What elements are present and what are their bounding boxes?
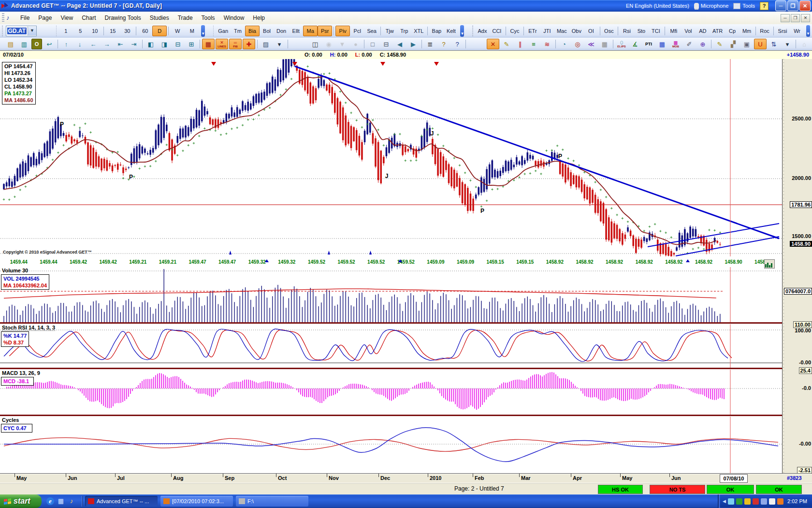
angles-tool-button[interactable]: ∡ — [629, 39, 641, 49]
scroll-left-button[interactable]: ← — [87, 39, 100, 49]
tray-icon-2[interactable] — [744, 498, 751, 505]
levels-tool-button[interactable]: ≡ — [527, 39, 540, 49]
microphone-control[interactable]: Microphone — [694, 3, 728, 9]
print-button[interactable]: ≣ — [424, 39, 436, 49]
previous-page-button[interactable]: ◀ — [393, 39, 406, 49]
timeframe-button-m[interactable]: M — [185, 26, 199, 36]
mob-button[interactable]: ▆MOB — [669, 39, 682, 49]
study-button-atr[interactable]: ATR — [710, 26, 725, 36]
symbol-dropdown-icon[interactable]: ▼ — [28, 27, 36, 35]
toolbar-grip[interactable] — [56, 26, 57, 36]
close-button[interactable]: ✕ — [799, 0, 811, 11]
study-button-osc[interactable]: Osc — [602, 26, 616, 36]
study-button-pcl[interactable]: Pcl — [350, 26, 364, 36]
chart-wizard-button[interactable]: ▥ — [18, 39, 30, 49]
start-button[interactable]: start — [0, 494, 42, 508]
mdi-close-button[interactable]: ✕ — [801, 14, 810, 22]
mdi-restore-button[interactable]: ❐ — [791, 14, 800, 22]
highlighter-button[interactable]: ✎ — [500, 39, 513, 49]
study-button-psr[interactable]: Psr — [318, 26, 332, 36]
study-button-trp[interactable]: Trp — [397, 26, 411, 36]
toolbar-grip[interactable] — [213, 26, 214, 36]
next-page-button[interactable]: ▶ — [407, 39, 420, 49]
frame-style-button[interactable]: ◫ — [309, 39, 321, 49]
page-left-button[interactable]: ⇤ — [114, 39, 127, 49]
fibonacci-button[interactable]: ═FIB — [229, 39, 242, 49]
desktop-quicklaunch-icon[interactable]: ▦ — [57, 497, 65, 505]
study-button-tci[interactable]: TCI — [649, 26, 663, 36]
tray-icon-6[interactable] — [777, 498, 783, 505]
volume-panel[interactable]: Volume 30VOL 24994545MA 106433962.04 — [0, 267, 782, 322]
menu-item-tools[interactable]: Tools — [197, 13, 219, 23]
study-button-etr[interactable]: ETr — [525, 26, 540, 36]
menu-item-trade[interactable]: Trade — [174, 13, 197, 23]
symbol-input[interactable]: GD.AT — [7, 28, 27, 34]
tray-icon-4[interactable] — [761, 498, 767, 505]
blocks-tool-button[interactable]: ▞ — [727, 39, 740, 49]
tray-icon-0[interactable] — [728, 498, 734, 505]
properties-button[interactable]: ▨ — [260, 39, 272, 49]
snapshot-button[interactable]: ◉ — [322, 39, 335, 49]
timeframe-more-dropdown[interactable]: ▼ — [201, 25, 205, 37]
page-right-button[interactable]: ⇥ — [128, 39, 140, 49]
time-clock-button[interactable]: ◔ — [558, 39, 570, 49]
study-button-srsi[interactable]: Srsi — [775, 26, 790, 36]
language-tools-control[interactable]: Tools — [733, 3, 755, 9]
study-button-ad[interactable]: AD — [696, 26, 710, 36]
study-button-rsi[interactable]: Rsi — [620, 26, 634, 36]
study-button-ellt[interactable]: Ellt — [289, 26, 303, 36]
study-button-oi[interactable]: OI — [584, 26, 598, 36]
media-quicklaunch-icon[interactable]: ♪ — [68, 497, 75, 505]
taskbar-task-2[interactable]: F:\ — [236, 496, 308, 507]
trendline-tool-button[interactable]: ∥ — [514, 39, 526, 49]
timeframe-button-d[interactable]: D — [152, 26, 167, 36]
timeframe-button-30[interactable]: 30 — [120, 26, 134, 36]
help-button[interactable]: ? — [437, 39, 450, 49]
study-button-ma[interactable]: Ma — [303, 26, 318, 36]
timeframe-button-10[interactable]: 10 — [87, 26, 102, 36]
tray-icon-3[interactable] — [753, 498, 759, 505]
new-page-button[interactable]: □ — [366, 39, 379, 49]
open-chart-button[interactable]: ▤ — [4, 39, 17, 49]
split-view-button[interactable]: ⇅ — [768, 39, 780, 49]
tray-icon-1[interactable] — [736, 498, 742, 505]
stoch-rsi-panel[interactable]: Stoch RSI 14, 14, 3, 3%K 14.77%D 8.37 — [0, 324, 782, 368]
study-button-sea[interactable]: Sea — [364, 26, 379, 36]
time-axis-row[interactable]: MayJunJulAugSepOctNovDec2010FebMarAprMay… — [0, 473, 812, 483]
cycles-panel[interactable]: CyclesCYC 0.47 — [0, 417, 782, 473]
study-button-mac[interactable]: Mac — [554, 26, 569, 36]
menu-item-drawing-tools[interactable]: Drawing Tools — [101, 13, 145, 23]
timeframe-button-5[interactable]: 5 — [73, 26, 87, 36]
study-button-mm[interactable]: Mm — [740, 26, 754, 36]
expert-tools-button[interactable]: ✕ — [487, 39, 499, 49]
study-button-vol[interactable]: Vol — [681, 26, 696, 36]
study-button-wr[interactable]: Wr — [790, 26, 804, 36]
properties-dropdown[interactable]: ▾ — [273, 39, 286, 49]
grid-style-button[interactable]: ▦ — [598, 39, 611, 49]
timeframe-button-15[interactable]: 15 — [105, 26, 120, 36]
undo-button[interactable]: ↩ — [43, 39, 56, 49]
study-button-jti[interactable]: JTI — [540, 26, 554, 36]
study-button-tm[interactable]: Tm — [231, 26, 245, 36]
study-button-roc[interactable]: Roc — [757, 26, 772, 36]
pushpin-button[interactable]: ✐ — [683, 39, 696, 49]
lines-toggle-button[interactable]: ✕LINES — [216, 39, 228, 49]
macd-panel[interactable]: MACD 13, 26, 9MCD -38.1 — [0, 370, 782, 415]
menu-item-chart[interactable]: Chart — [77, 13, 100, 23]
study-button-cyc[interactable]: Cyc — [508, 26, 522, 36]
pencil-tool-button[interactable]: ✎ — [713, 39, 726, 49]
tray-chevron-icon[interactable]: ◀ — [723, 499, 726, 504]
taskbar-task-0[interactable]: Advanced GET™ -- ... — [85, 496, 158, 507]
multi-line-tool-button[interactable]: ≋ — [541, 39, 553, 49]
grid-toggle-button[interactable]: ▦ — [202, 39, 215, 49]
restore-button[interactable]: ❐ — [787, 0, 798, 11]
study-button-mfi[interactable]: Mfi — [667, 26, 681, 36]
scroll-down-button[interactable]: ↓ — [73, 39, 86, 49]
menu-item-view[interactable]: View — [56, 13, 77, 23]
study-button-kelt[interactable]: Kelt — [444, 26, 458, 36]
study-button-adx[interactable]: Adx — [475, 26, 490, 36]
ie-quicklaunch-icon[interactable]: e — [46, 497, 54, 505]
menu-item-window[interactable]: Window — [219, 13, 249, 23]
study-button-cci[interactable]: CCI — [490, 26, 504, 36]
tools-dropdown[interactable]: ▾ — [781, 39, 794, 49]
